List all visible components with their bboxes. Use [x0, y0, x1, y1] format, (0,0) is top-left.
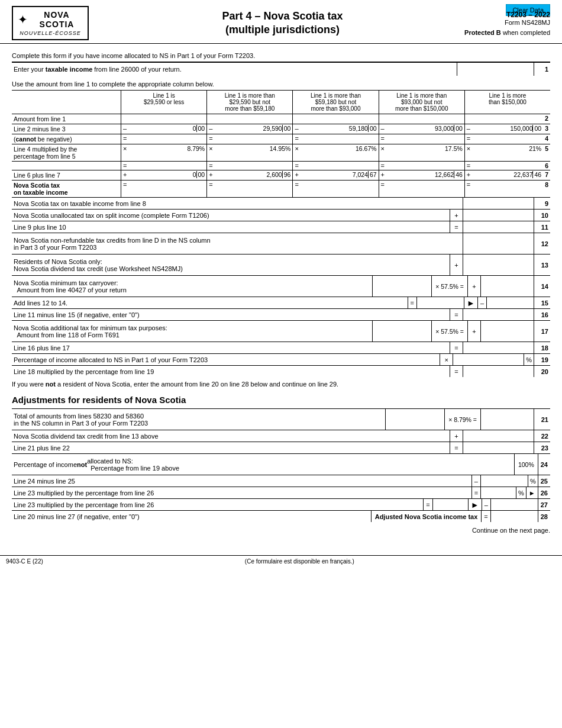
line1-field[interactable]: [457, 63, 534, 70]
line23-input[interactable]: [463, 442, 534, 453]
row6-col2[interactable]: =: [207, 162, 293, 170]
row8-col2[interactable]: =: [207, 181, 293, 197]
line19-field[interactable]: [455, 356, 522, 363]
line20-field[interactable]: [465, 368, 532, 375]
row2-col4[interactable]: [379, 114, 465, 124]
row4-col5[interactable]: = 4: [465, 134, 550, 144]
row6-col4[interactable]: =: [379, 162, 465, 170]
line25-input[interactable]: [480, 475, 528, 487]
line28-input[interactable]: [490, 511, 538, 522]
line22-field[interactable]: [465, 433, 532, 440]
row4-col2[interactable]: =: [207, 134, 293, 144]
line27-field1[interactable]: [435, 501, 466, 508]
line20-input[interactable]: [463, 366, 534, 377]
row8-col4[interactable]: =: [379, 181, 465, 197]
row2-col3-input[interactable]: [295, 115, 376, 122]
line27-input1[interactable]: [432, 499, 468, 510]
row4-col3[interactable]: =: [293, 134, 379, 144]
row2-col5[interactable]: 2: [465, 114, 550, 124]
line13-input[interactable]: [463, 255, 534, 275]
row8-col4-input[interactable]: [386, 181, 463, 188]
line12-input2[interactable]: [463, 233, 534, 254]
line11-row: Line 9 plus line 10 = 11: [12, 221, 550, 233]
row6-col2-input[interactable]: [214, 162, 291, 169]
line28-field[interactable]: [493, 513, 536, 520]
logo-name: NOVA SCOTIA: [31, 10, 83, 29]
line25-field[interactable]: [483, 478, 526, 485]
line18-input[interactable]: [463, 342, 534, 353]
form-id: T2203 – 2022: [464, 11, 550, 19]
row5-label: Line 4 multiplied by thepercentage from …: [12, 144, 121, 161]
line15-field[interactable]: [419, 299, 462, 307]
line14-field1[interactable]: [374, 283, 429, 290]
line17-field1[interactable]: [374, 328, 429, 335]
line17-field2[interactable]: [483, 328, 532, 335]
row6-col5[interactable]: = 6: [465, 162, 550, 170]
row4-col4-input[interactable]: [386, 135, 463, 142]
line16-row: Line 11 minus line 15 (if negative, ente…: [12, 308, 550, 320]
form-id-area: T2203 – 2022 Form NS428MJ Protected B wh…: [464, 11, 550, 36]
row8-col1-input[interactable]: [128, 181, 205, 188]
line21-field1[interactable]: [387, 416, 443, 423]
line26-field[interactable]: [483, 489, 514, 497]
row8-col5[interactable]: = 8: [465, 181, 550, 197]
row2-col1-input[interactable]: [123, 115, 205, 122]
row4-col4[interactable]: =: [379, 134, 465, 144]
row2-col3[interactable]: [293, 114, 379, 124]
row6-col1[interactable]: =: [121, 162, 207, 170]
line16-field[interactable]: [465, 311, 532, 318]
line21-field2[interactable]: [483, 416, 532, 423]
line12-input[interactable]: [392, 233, 463, 254]
line14-sym: +: [467, 276, 480, 297]
line13-field[interactable]: [465, 262, 532, 269]
row6-col3-input[interactable]: [300, 162, 377, 169]
row2-col1[interactable]: [121, 114, 207, 124]
row8-col2-input[interactable]: [214, 181, 291, 188]
line27-input2[interactable]: [490, 499, 538, 510]
line16-input[interactable]: [463, 309, 534, 320]
line21-input1[interactable]: [385, 409, 444, 430]
line11-input[interactable]: [463, 221, 534, 233]
form-sub: Form NS428MJ: [464, 19, 550, 26]
line26-input[interactable]: [480, 487, 516, 498]
row6-col5-input[interactable]: [471, 162, 541, 169]
line10-field[interactable]: [465, 212, 532, 219]
line12-field[interactable]: [465, 240, 532, 247]
line17-input1[interactable]: [372, 321, 431, 342]
line13-row: Residents of Nova Scotia only:Nova Scoti…: [12, 254, 550, 275]
line15-field2[interactable]: [489, 299, 532, 307]
row8-col5-input[interactable]: [471, 181, 541, 188]
line17-input2[interactable]: [480, 321, 534, 342]
row4-col5-input[interactable]: [471, 135, 541, 142]
row2-col2-input[interactable]: [209, 115, 290, 122]
row4-col1-input[interactable]: [128, 135, 205, 142]
line18-field[interactable]: [465, 344, 532, 352]
line14-input1[interactable]: [372, 276, 431, 297]
line9-field[interactable]: [465, 200, 532, 207]
row6-col3[interactable]: =: [293, 162, 379, 170]
line14-field2[interactable]: [483, 283, 532, 290]
row4-col3-input[interactable]: [300, 135, 377, 142]
line27-field2[interactable]: [493, 501, 536, 508]
row6-col4-input[interactable]: [386, 162, 463, 169]
line23-field[interactable]: [465, 444, 532, 452]
logo-box: ✦ NOVA SCOTIA NOUVELLE-ÉCOSSE: [12, 6, 89, 40]
line22-input[interactable]: [463, 430, 534, 442]
line1-input[interactable]: [457, 63, 534, 76]
row4-col1[interactable]: =: [121, 134, 207, 144]
row8-col3-input[interactable]: [300, 181, 377, 188]
row4-col2-input[interactable]: [214, 135, 291, 142]
row2-col2[interactable]: [207, 114, 293, 124]
line14-input2[interactable]: [480, 276, 534, 297]
line21-input2[interactable]: [480, 409, 534, 430]
row8-col3[interactable]: =: [293, 181, 379, 197]
line11-field[interactable]: [465, 224, 532, 231]
line9-input[interactable]: [463, 198, 534, 209]
row6-col1-input[interactable]: [128, 162, 205, 169]
row2-col4-input[interactable]: [381, 115, 463, 122]
line19-input[interactable]: [453, 354, 524, 365]
line15-input2[interactable]: [486, 297, 534, 308]
row8-col1[interactable]: =: [121, 181, 207, 197]
line10-input[interactable]: [463, 210, 534, 221]
line15-input[interactable]: [416, 297, 464, 308]
